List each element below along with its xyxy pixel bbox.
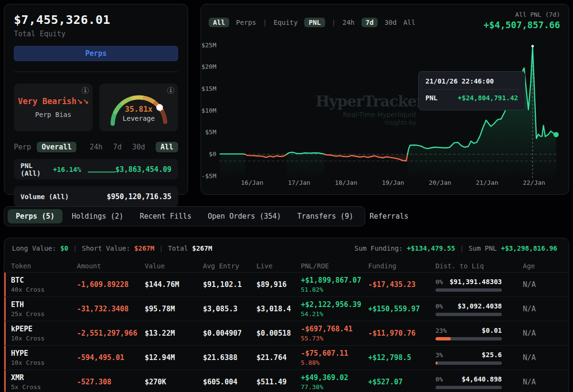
pnl-chart-panel: HyperTracker Real-Time Hyperliquid Insig… — [201, 4, 569, 195]
chart-tooltip: 21/01/26 22:46:00 PNL +$24,804,791.42 — [418, 71, 525, 110]
svg-text:22/Jan: 22/Jan — [523, 179, 545, 186]
position-row[interactable]: kPEPE 10x Cross -2,551,297,966 $13.22M $… — [4, 321, 569, 345]
chart-scope-perps[interactable]: Perps — [236, 19, 256, 26]
col-age[interactable]: Age — [502, 262, 569, 270]
value-cell: $13.22M — [145, 329, 203, 338]
col-funding[interactable]: Funding — [368, 262, 435, 270]
tooltip-datetime: 21/01/26 22:46:00 — [425, 77, 518, 85]
roe-value: 5.88% — [301, 359, 368, 366]
liq-distance-pct: 0% — [435, 278, 443, 286]
avg-entry-cell: $0.004907 — [203, 329, 256, 338]
equity-panel: $7,455,326.01 Total Equity Perps i Very … — [4, 4, 188, 195]
position-row[interactable]: HYPE 10x Cross -594,495.01 $12.94M $21.6… — [4, 345, 569, 370]
col-dist-liq[interactable]: Dist. to Liq — [435, 262, 502, 270]
tab-holdings[interactable]: Holdings (2) — [64, 209, 131, 223]
position-row[interactable]: XMR 5x Cross -527.308 $270K $605.004 $51… — [4, 370, 569, 392]
total-value: $267M — [192, 244, 212, 252]
funding-cell: +$12,798.5 — [368, 353, 435, 362]
roe-value: 51.82% — [301, 286, 368, 293]
bearish-arrows-icon: ↘↘ — [76, 97, 88, 106]
liq-price: $91,391.48303 — [449, 278, 502, 286]
age-cell: N/A — [502, 353, 569, 362]
tooltip-pnl-value: +$24,804,791.42 — [458, 94, 518, 102]
svg-text:21/Jan: 21/Jan — [476, 179, 499, 186]
svg-text:19/Jan: 19/Jan — [382, 179, 404, 186]
live-cell: $3,018.4 — [256, 305, 301, 313]
chart-pnl-label: All PNL (7d) — [484, 11, 560, 18]
value-cell: $270K — [145, 378, 203, 386]
pnl-all-label: PNL (All) — [21, 162, 49, 177]
info-icon[interactable]: i — [82, 87, 89, 94]
perps-button[interactable]: Perps — [14, 46, 178, 61]
liq-progress-bar — [435, 288, 502, 292]
total-value-label: Total — [168, 244, 188, 252]
funding-cell: -$17,435.23 — [368, 280, 435, 289]
leverage-label: Leverage — [106, 115, 172, 122]
col-value[interactable]: Value — [145, 262, 203, 270]
svg-text:$20M: $20M — [202, 63, 216, 70]
funding-cell: +$527.07 — [368, 378, 435, 386]
positions-panel: Long Value: $0 | Short Value: $267M | To… — [4, 238, 569, 392]
perp-bias-card: i Very Bearish↘↘ Perp Bias — [14, 84, 93, 131]
token-leverage: 25x Cross — [11, 310, 77, 318]
tab-perps[interactable]: Perps (5) — [8, 209, 63, 223]
chart-metric-pnl[interactable]: PNL — [304, 18, 325, 27]
col-live[interactable]: Live — [256, 262, 301, 270]
col-token[interactable]: Token — [11, 262, 77, 270]
pnl-value: +$49,369.02 — [301, 373, 368, 382]
perp-filter-label: Perp — [14, 143, 31, 151]
chart-range-all[interactable]: All — [403, 19, 415, 26]
position-row[interactable]: BTC 40x Cross -1,609.89228 $144.76M $91,… — [4, 272, 569, 297]
range-30d[interactable]: 30d — [132, 143, 145, 151]
volume-all-label: Volume (All) — [21, 193, 69, 201]
svg-text:16/Jan: 16/Jan — [241, 179, 264, 186]
col-pnl-roe[interactable]: PNL/ROE — [301, 262, 368, 270]
tab-referrals[interactable]: Referrals — [361, 209, 416, 223]
roe-value: 77.38% — [301, 383, 368, 391]
amount-cell: -2,551,297,966 — [77, 329, 145, 338]
value-cell: $95.78M — [145, 305, 203, 313]
chart-metric-equity[interactable]: Equity — [274, 19, 298, 26]
range-24h[interactable]: 24h — [90, 143, 103, 151]
tab-open-orders[interactable]: Open Orders (354) — [200, 209, 289, 223]
sum-funding-value: +$134,479.55 — [407, 244, 455, 252]
tab-transfers[interactable]: Transfers (9) — [289, 209, 361, 223]
pnl-value: -$697,768.41 — [301, 325, 368, 333]
token-leverage: 5x Cross — [11, 383, 77, 391]
chart-range-30d[interactable]: 30d — [384, 19, 396, 26]
overall-chip[interactable]: Overall — [37, 142, 76, 152]
col-amount[interactable]: Amount — [77, 262, 145, 270]
chart-toolbar: All Perps | Equity PNL | 24h 7d 30d All — [209, 18, 415, 27]
age-cell: N/A — [502, 329, 569, 338]
col-avg-entry[interactable]: Avg Entry — [203, 262, 256, 270]
live-cell: $0.00518 — [256, 329, 301, 338]
avg-entry-cell: $605.004 — [203, 378, 256, 386]
range-all[interactable]: All — [156, 142, 178, 152]
liq-distance-pct: 0% — [435, 303, 443, 310]
tab-recent-fills[interactable]: Recent Fills — [132, 209, 200, 223]
pnl-sparkline — [86, 165, 116, 174]
short-position-stripe — [4, 321, 6, 345]
liq-progress-bar — [435, 313, 502, 316]
token-leverage: 10x Cross — [11, 335, 77, 342]
chart-range-7d[interactable]: 7d — [361, 18, 378, 27]
amount-cell: -527.308 — [77, 378, 145, 386]
svg-text:18/Jan: 18/Jan — [335, 179, 357, 186]
perp-bias-value: Very Bearish↘↘ — [18, 96, 89, 106]
funding-cell: -$11,970.76 — [368, 329, 435, 338]
leverage-value: 35.81x — [106, 105, 172, 114]
liq-price: $25.6 — [482, 351, 502, 359]
chart-range-24h[interactable]: 24h — [342, 19, 354, 26]
positions-summary: Long Value: $0 | Short Value: $267M | To… — [4, 238, 569, 252]
short-position-stripe — [4, 297, 6, 321]
liq-progress-bar — [435, 386, 502, 389]
token-symbol: XMR — [11, 373, 77, 382]
pnl-all-value: $3,863,454.09 — [116, 165, 171, 174]
chart-scope-all[interactable]: All — [209, 18, 229, 27]
token-symbol: HYPE — [11, 349, 77, 358]
position-row[interactable]: ETH 25x Cross -31,732.3408 $95.78M $3,08… — [4, 297, 569, 321]
range-7d[interactable]: 7d — [113, 143, 122, 151]
divider — [14, 72, 178, 72]
svg-text:17/Jan: 17/Jan — [288, 179, 310, 186]
pnl-all-pct: +16.14% — [53, 166, 81, 173]
